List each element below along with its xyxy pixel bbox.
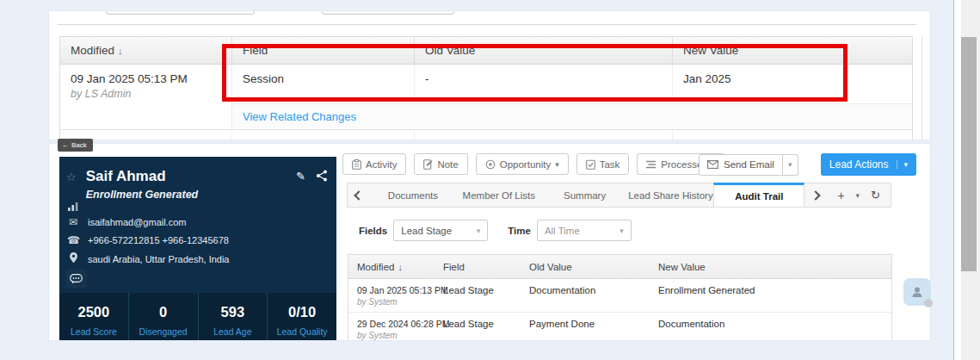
sort-desc-icon[interactable]: ↓ bbox=[398, 262, 403, 272]
audit-trail-table: Modified ↓ Field Old Value New Value 09 … bbox=[348, 254, 892, 341]
lead-address: saudi Arabia, Uttar Pradesh, India bbox=[88, 254, 229, 264]
fields-filter-select[interactable]: Lead Stage ▾ bbox=[393, 220, 488, 241]
activity-icon bbox=[352, 159, 361, 170]
support-chat-widget[interactable] bbox=[903, 278, 931, 306]
column-header-modified[interactable]: Modified ↓ bbox=[348, 255, 435, 278]
modified-by: by System bbox=[357, 297, 435, 307]
modified-by: by LS Admin bbox=[71, 88, 221, 100]
scrollbar-thumb[interactable] bbox=[961, 37, 977, 271]
modified-date: 09 Jan 2025 05:13 PM bbox=[71, 72, 221, 85]
column-header-new-value: New Value bbox=[650, 255, 891, 278]
task-button-label: Task bbox=[600, 159, 620, 170]
vertical-scrollbar[interactable] bbox=[961, 0, 980, 360]
lead-phone: +966-572212815 +966-12345678 bbox=[88, 235, 229, 245]
back-button-label: Back bbox=[71, 141, 87, 149]
send-email-dropdown-button[interactable]: ▾ bbox=[783, 154, 798, 176]
lead-stats-bar: 2500 Lead Score 0 Disengaged 593 Lead Ag… bbox=[59, 293, 336, 341]
location-pin-icon bbox=[67, 252, 79, 265]
view-related-changes-link[interactable]: View Related Changes bbox=[243, 110, 356, 123]
time-filter-value: All Time bbox=[545, 226, 580, 236]
lead-toolbar-right: Send Email ▾ Lead Actions ▾ bbox=[699, 153, 916, 176]
add-tab-button[interactable]: + bbox=[837, 189, 844, 202]
stat-label: Lead Age bbox=[199, 326, 268, 337]
table-row: 29 Dec 2024 06:28 PM by System Lead Stag… bbox=[348, 313, 891, 341]
chevron-down-icon: ▾ bbox=[477, 227, 481, 235]
tab-scroll-right-button[interactable] bbox=[804, 183, 827, 207]
audit-filters: Fields Lead Stage ▾ Time All Time ▾ bbox=[359, 220, 632, 241]
opportunity-button[interactable]: Opportunity ▾ bbox=[476, 153, 569, 175]
modified-cell: 09 Jan 2025 05:13 PM by LS Admin bbox=[60, 65, 232, 129]
audit-table-header: Modified ↓ Field Old Value New Value bbox=[348, 255, 891, 279]
stat-value: 0/10 bbox=[268, 304, 336, 320]
tab-summary[interactable]: Summary bbox=[542, 183, 628, 207]
lead-actions-button[interactable]: Lead Actions ▾ bbox=[821, 153, 916, 176]
field-cell: Lead Stage bbox=[435, 313, 521, 341]
old-value-cell: Payment Done bbox=[521, 313, 650, 341]
lead-name: Saif Ahmad bbox=[86, 168, 296, 185]
annotation-highlight-box bbox=[222, 44, 847, 102]
task-button[interactable]: Task bbox=[576, 153, 630, 175]
lead-tab-strip: Documents Member Of Lists Summary Lead S… bbox=[347, 183, 891, 208]
tab-scroll-left-button[interactable] bbox=[348, 183, 370, 207]
activity-button[interactable]: Activity bbox=[342, 153, 406, 175]
fields-filter-value: Lead Stage bbox=[401, 226, 452, 236]
chevron-down-icon: ▾ bbox=[619, 227, 624, 235]
tab-list-caret-icon[interactable]: ▾ bbox=[856, 191, 860, 200]
column-header-label: Modified bbox=[71, 44, 114, 57]
table-row: 09 Jan 2025 05:13 PM by System Lead Stag… bbox=[348, 279, 891, 313]
lead-detail-card: ☆ Saif Ahmad Enrollment Generated ✎ bbox=[48, 143, 931, 341]
signal-bars-icon bbox=[67, 202, 79, 214]
refresh-icon[interactable]: ↻ bbox=[871, 189, 880, 202]
stat-label: Disengaged bbox=[129, 326, 198, 337]
column-header-field: Field bbox=[435, 255, 521, 278]
stat-lead-quality: 0/10 Lead Quality bbox=[268, 293, 336, 341]
note-icon bbox=[423, 159, 433, 170]
column-header-modified[interactable]: Modified ↓ bbox=[60, 37, 232, 64]
divider bbox=[58, 24, 916, 25]
divider bbox=[921, 36, 922, 140]
time-filter-partial[interactable] bbox=[322, 10, 454, 15]
send-email-icon bbox=[707, 160, 718, 169]
field-cell: Lead Stage bbox=[435, 279, 521, 312]
table-row bbox=[60, 129, 912, 140]
tab-audit-trail[interactable]: Audit Trail bbox=[713, 183, 804, 207]
chevron-left-icon bbox=[354, 190, 363, 200]
stat-label: Lead Quality bbox=[268, 326, 336, 337]
column-header-label: Modified bbox=[357, 262, 394, 272]
phone-icon: ☎ bbox=[67, 234, 79, 246]
tab-lead-share-history[interactable]: Lead Share History bbox=[628, 183, 714, 207]
new-value-cell: Documentation bbox=[650, 313, 891, 341]
lead-email: isaifahmad@gmail.com bbox=[88, 217, 187, 227]
edit-icon[interactable]: ✎ bbox=[296, 170, 305, 201]
caret-down-icon: ▾ bbox=[555, 160, 559, 169]
divider bbox=[954, 0, 961, 360]
modified-by: by System bbox=[357, 331, 435, 340]
sort-desc-icon[interactable]: ↓ bbox=[118, 46, 123, 56]
note-button-label: Note bbox=[437, 159, 458, 170]
status-dot bbox=[924, 299, 933, 307]
lead-stage: Enrollment Generated bbox=[86, 189, 296, 201]
time-filter-select[interactable]: All Time ▾ bbox=[537, 220, 632, 241]
stat-value: 0 bbox=[129, 304, 198, 320]
processes-icon bbox=[646, 160, 656, 169]
tab-documents[interactable]: Documents bbox=[370, 183, 456, 207]
modified-date: 29 Dec 2024 06:28 PM bbox=[357, 319, 435, 329]
column-header-old-value: Old Value bbox=[521, 255, 650, 278]
star-icon[interactable]: ☆ bbox=[66, 171, 77, 201]
stat-value: 2500 bbox=[59, 304, 128, 320]
stat-lead-age: 593 Lead Age bbox=[199, 293, 268, 341]
activity-button-label: Activity bbox=[366, 159, 397, 170]
send-email-button[interactable]: Send Email bbox=[699, 154, 783, 176]
stat-lead-score: 2500 Lead Score bbox=[59, 293, 129, 341]
chat-button[interactable] bbox=[65, 270, 87, 288]
back-button[interactable]: ← Back bbox=[58, 139, 93, 152]
lead-toolbar: Activity Note Opportunity ▾ Task Process… bbox=[342, 153, 725, 175]
lead-actions-button-label: Lead Actions bbox=[829, 158, 889, 171]
tab-member-of-lists[interactable]: Member Of Lists bbox=[456, 183, 542, 207]
opportunity-icon bbox=[485, 159, 496, 170]
stat-disengaged: 0 Disengaged bbox=[129, 293, 199, 341]
share-icon[interactable] bbox=[316, 170, 328, 182]
fields-filter-partial[interactable] bbox=[106, 10, 255, 15]
stat-label: Lead Score bbox=[59, 326, 128, 337]
note-button[interactable]: Note bbox=[414, 153, 467, 175]
